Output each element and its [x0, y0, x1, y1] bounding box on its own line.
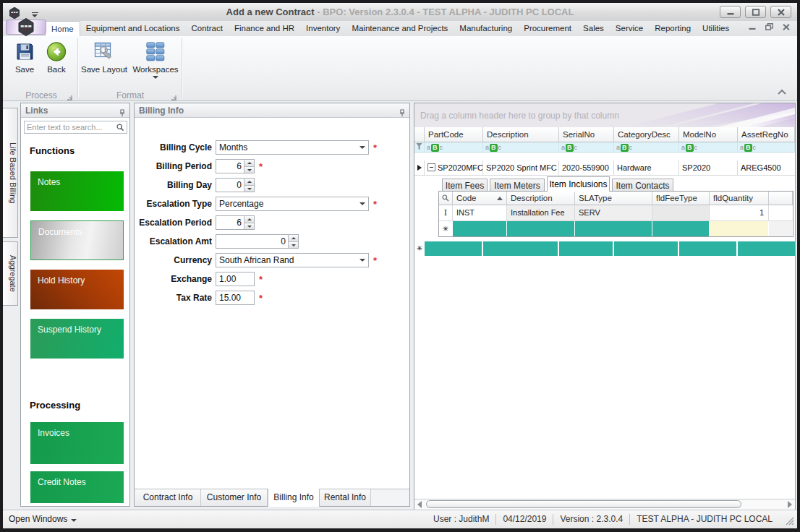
ribbon-tab-finance-and-hr[interactable]: Finance and HR — [229, 21, 300, 36]
ribbon-restore-icon[interactable] — [765, 23, 773, 30]
detail-new-cell-description[interactable] — [507, 221, 575, 236]
collapse-ribbon-icon[interactable] — [777, 87, 787, 98]
column-header-serialno[interactable]: SerialNo — [559, 127, 614, 142]
spin-down-icon[interactable] — [288, 241, 298, 248]
filter-cell-partcode[interactable]: aBc — [425, 142, 483, 153]
filter-cell-assetregno[interactable]: aBc — [738, 142, 795, 153]
suspend-history-button[interactable]: Suspend History — [30, 319, 124, 359]
escalation-amt-spinner[interactable]: 0 — [216, 234, 299, 249]
column-header-categorydesc[interactable]: CategoryDesc — [614, 127, 679, 142]
column-header-partcode[interactable]: PartCode — [425, 127, 483, 142]
search-icon[interactable] — [439, 192, 453, 205]
detail-new-cell-fldfeetype[interactable] — [652, 221, 710, 236]
spin-down-icon[interactable] — [244, 185, 254, 192]
chevron-down-icon[interactable] — [357, 142, 367, 153]
tax-rate-field[interactable]: 15.00 — [216, 291, 255, 305]
ribbon-tab-equipment-and-locations[interactable]: Equipment and Locations — [80, 21, 186, 36]
chevron-down-icon[interactable] — [357, 254, 367, 266]
filter-cell-categorydesc[interactable]: aBc — [614, 142, 679, 153]
scroll-right-icon[interactable] — [788, 501, 792, 508]
group-by-box[interactable]: Drag a column header here to group by th… — [414, 103, 795, 127]
back-button[interactable]: Back — [41, 38, 72, 90]
tab-customer-info[interactable]: Customer Info — [201, 489, 268, 506]
close-button[interactable] — [770, 6, 791, 18]
billing-day-spinner[interactable]: 0 — [216, 178, 255, 192]
detail-new-cell-slatype[interactable] — [575, 221, 652, 236]
ribbon-tab-utilities[interactable]: Utilities — [697, 21, 735, 36]
column-header-modelno[interactable]: ModelNo — [679, 127, 738, 142]
hold-history-button[interactable]: Hold History — [30, 270, 124, 309]
pin-icon[interactable] — [399, 107, 406, 121]
detail-cell-fldfeetype[interactable] — [652, 205, 710, 221]
save-layout-button[interactable]: Save Layout — [80, 38, 129, 90]
detail-cell-code[interactable]: INST — [453, 205, 507, 221]
cell-categorydesc[interactable]: Hardware — [614, 160, 679, 176]
ribbon-tab-manufacturing[interactable]: Manufacturing — [454, 21, 518, 36]
ribbon-minimize-icon[interactable] — [749, 24, 756, 30]
detail-cell-slatype[interactable]: SERV — [575, 205, 652, 221]
tab-item-meters[interactable]: Item Meters — [490, 179, 545, 192]
credit-notes-button[interactable]: Credit Notes — [30, 471, 124, 503]
ribbon-tab-reporting[interactable]: Reporting — [649, 21, 697, 36]
grid-new-row-cells[interactable] — [425, 241, 795, 256]
workspaces-button[interactable]: Workspaces — [131, 38, 180, 90]
minimize-button[interactable] — [720, 6, 741, 18]
application-button[interactable] — [6, 20, 46, 35]
ribbon-tab-maintenance-and-projects[interactable]: Maintenance and Projects — [346, 21, 454, 36]
ribbon-tab-home[interactable]: Home — [45, 21, 80, 36]
scrollbar-thumb[interactable] — [426, 500, 741, 508]
spin-up-icon[interactable] — [244, 179, 254, 185]
filter-cell-description[interactable]: aBc — [483, 142, 559, 153]
save-button[interactable]: Save — [9, 38, 41, 90]
filter-cell-modelno[interactable]: aBc — [679, 142, 738, 153]
grid-horizontal-scrollbar[interactable] — [414, 499, 795, 510]
escalation-period-spinner[interactable]: 6 — [216, 215, 255, 230]
open-windows-button[interactable]: Open Windows — [9, 510, 77, 528]
detail-column-fldfeetype[interactable]: fldFeeType — [652, 192, 710, 205]
ribbon-close-icon[interactable] — [783, 24, 790, 30]
tab-contract-info[interactable]: Contract Info — [135, 489, 201, 506]
notes-button[interactable]: Notes — [30, 171, 124, 211]
spin-up-icon[interactable] — [244, 160, 254, 166]
format-dialog-launcher-icon[interactable] — [171, 93, 178, 100]
detail-column-fldquantity[interactable]: fldQuantity — [710, 192, 769, 205]
detail-column-description[interactable]: Description — [507, 192, 575, 205]
filter-cell-serialno[interactable]: aBc — [559, 142, 614, 153]
resize-grip-icon[interactable] — [785, 516, 795, 526]
detail-new-cell-fldquantity[interactable] — [710, 221, 769, 236]
column-header-assetregno[interactable]: AssetRegNo — [738, 127, 795, 142]
detail-cell-description[interactable]: Installation Fee — [507, 205, 575, 221]
scroll-left-icon[interactable] — [417, 501, 422, 508]
billing-cycle-combo[interactable]: Months — [216, 140, 369, 155]
spin-down-icon[interactable] — [244, 166, 254, 173]
tab-rental-info[interactable]: Rental Info — [320, 489, 371, 506]
cell-assetregno[interactable]: AREG4500 — [738, 160, 795, 176]
cell-description[interactable]: SP2020 Sprint MFC — [483, 160, 559, 176]
ribbon-tab-service[interactable]: Service — [610, 21, 649, 36]
currency-combo[interactable]: South African Rand — [216, 253, 369, 267]
qat-dropdown-icon[interactable] — [32, 12, 38, 17]
ribbon-tab-sales[interactable]: Sales — [577, 21, 610, 36]
documents-button[interactable]: Documents — [30, 220, 124, 260]
ribbon-tab-procurement[interactable]: Procurement — [518, 21, 577, 36]
detail-new-cell-code[interactable] — [453, 221, 507, 236]
invoices-button[interactable]: Invoices — [30, 422, 124, 464]
tab-item-fees[interactable]: Item Fees — [442, 179, 488, 192]
maximize-button[interactable] — [745, 6, 766, 18]
side-tab-life-based-billing[interactable]: Life Based Billing — [3, 108, 18, 238]
spin-up-icon[interactable] — [288, 235, 298, 241]
pin-icon[interactable] — [119, 107, 126, 121]
spin-up-icon[interactable] — [244, 216, 254, 223]
cell-modelno[interactable]: SP2020 — [679, 160, 738, 176]
spin-down-icon[interactable] — [244, 223, 254, 229]
cell-partcode[interactable]: SP2020MFC — [425, 160, 483, 176]
tab-item-inclusions[interactable]: Item Inclusions — [547, 176, 610, 192]
search-icon[interactable] — [116, 124, 124, 132]
ribbon-tab-inventory[interactable]: Inventory — [300, 21, 346, 36]
tab-billing-info[interactable]: Billing Info — [268, 489, 320, 507]
links-search-input[interactable] — [27, 122, 115, 132]
chevron-down-icon[interactable] — [357, 198, 367, 210]
ribbon-tab-contract[interactable]: Contract — [185, 21, 228, 36]
escalation-type-combo[interactable]: Percentage — [216, 197, 369, 211]
detail-column-code[interactable]: Code — [453, 192, 507, 205]
